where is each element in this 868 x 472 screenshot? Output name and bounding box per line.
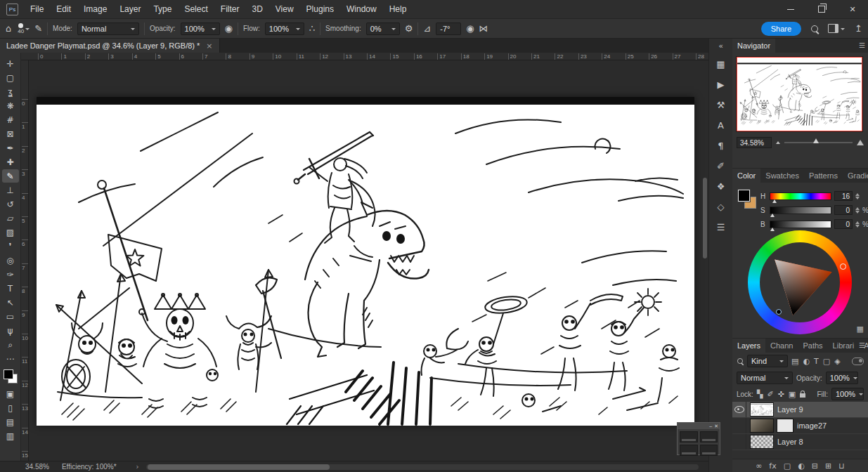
color-picker-grid-icon[interactable]: ▦: [857, 324, 864, 334]
screen-mode-icon[interactable]: ▯: [2, 401, 19, 414]
shape-tool[interactable]: ▭: [2, 310, 19, 323]
lock-position-icon[interactable]: ✜: [778, 390, 784, 399]
hue-ring-marker[interactable]: [840, 263, 846, 270]
filter-smart-objects-icon[interactable]: ◈: [834, 357, 840, 366]
floating-panel-close-icon[interactable]: ✕: [714, 424, 718, 429]
floating-panel-button[interactable]: [700, 445, 718, 456]
menu-layer[interactable]: Layer: [113, 0, 147, 19]
layer-group-icon[interactable]: ⊟: [812, 461, 818, 471]
filter-type-layers-icon[interactable]: T: [814, 357, 819, 366]
pressure-size-icon[interactable]: ◉: [466, 24, 474, 33]
menu-edit[interactable]: Edit: [50, 0, 77, 19]
sv-marker[interactable]: [776, 309, 782, 315]
eraser-tool[interactable]: ▱: [2, 211, 19, 225]
hue-slider-marker[interactable]: [772, 199, 777, 203]
status-zoom-value[interactable]: 34.58%: [25, 463, 49, 471]
saturation-stepper[interactable]: [855, 207, 860, 214]
color-wheel[interactable]: [748, 230, 852, 334]
layer-thumbnail[interactable]: [751, 435, 773, 448]
saturation-value[interactable]: 0: [834, 205, 853, 215]
hue-slider[interactable]: [770, 192, 831, 200]
flow-select[interactable]: 100%: [265, 22, 304, 35]
floating-panel-minimize-icon[interactable]: –: [709, 424, 712, 428]
lock-transparent-pixels-icon[interactable]: ▚: [757, 390, 763, 399]
layer-effects-icon[interactable]: fx: [769, 461, 776, 471]
eyedropper-tool[interactable]: ✒: [2, 141, 19, 155]
adjustments-panel-icon[interactable]: ☰: [713, 219, 730, 235]
filter-shape-layers-icon[interactable]: ▢: [823, 357, 830, 366]
foreground-color-chip[interactable]: [738, 190, 750, 202]
layer-row-image27[interactable]: image27: [732, 418, 868, 434]
clone-stamp-tool[interactable]: ⊥: [2, 183, 19, 197]
share-button[interactable]: Share: [761, 22, 801, 36]
tab-navigator[interactable]: Navigator: [732, 39, 775, 53]
layer-mask-icon[interactable]: ▢: [784, 461, 791, 471]
blend-mode-select[interactable]: Normal: [737, 372, 793, 384]
zoom-tool[interactable]: ⌕: [2, 338, 19, 351]
vertical-scrollbar[interactable]: [703, 62, 708, 455]
link-layers-icon[interactable]: ∞: [756, 461, 762, 471]
zoom-in-mountain-icon[interactable]: [857, 140, 864, 145]
lock-artboard-icon[interactable]: ▣: [789, 390, 796, 399]
quick-mask-icon[interactable]: ▣: [2, 387, 19, 400]
layer-filter-toggle[interactable]: [852, 358, 864, 365]
brush-preset-picker[interactable]: 40: [16, 23, 30, 34]
document-tab[interactable]: Ladee Danger Playmat.psd @ 34.6% (Layer …: [0, 39, 220, 53]
gradient-tool[interactable]: ▨: [2, 225, 19, 239]
layer-mask-thumbnail[interactable]: [777, 419, 793, 432]
menu-filter[interactable]: Filter: [214, 0, 246, 19]
layer-thumbnail[interactable]: [751, 403, 773, 416]
tab-gradients[interactable]: Gradients: [843, 169, 868, 183]
navigator-preview[interactable]: [737, 57, 862, 131]
smoothing-select[interactable]: 0%: [366, 22, 400, 35]
adjustment-layer-icon[interactable]: ◐: [798, 461, 805, 471]
threed-panel-icon[interactable]: ◇: [713, 199, 730, 214]
quick-selection-tool[interactable]: ❋: [2, 99, 19, 112]
hand-tool[interactable]: ψ: [2, 324, 19, 337]
crop-tool[interactable]: #: [2, 113, 19, 126]
hue-stepper[interactable]: [855, 193, 860, 199]
tool-presets-panel-icon[interactable]: ⚒: [713, 97, 730, 112]
brightness-slider-marker[interactable]: [770, 228, 775, 231]
artboards-panel-icon[interactable]: ▦: [713, 56, 730, 72]
menu-window[interactable]: Window: [340, 0, 383, 19]
saturation-slider[interactable]: [770, 206, 831, 214]
floating-panel-button[interactable]: [680, 445, 698, 456]
restore-icon[interactable]: [806, 0, 837, 19]
menu-file[interactable]: File: [24, 0, 50, 19]
color-swatches[interactable]: [4, 369, 18, 383]
floating-panel-button[interactable]: [680, 431, 698, 442]
export-icon[interactable]: ↥: [855, 24, 862, 33]
paint-symmetry-icon[interactable]: ⋈: [479, 24, 488, 33]
menu-plugins[interactable]: Plugins: [300, 0, 340, 19]
lock-all-icon[interactable]: [800, 393, 805, 398]
menu-image[interactable]: Image: [77, 0, 113, 19]
brightness-stepper[interactable]: [855, 221, 860, 228]
layer-filter-kind-select[interactable]: Kind: [747, 355, 788, 367]
toolbar-ellipsis-icon[interactable]: ⋯: [2, 352, 19, 365]
filter-adjustment-layers-icon[interactable]: ◐: [803, 357, 810, 366]
dodge-tool[interactable]: ◎: [2, 254, 19, 267]
navigator-zoom-slider-thumb[interactable]: [813, 138, 819, 143]
home-icon[interactable]: ⌂: [6, 24, 11, 33]
brush-tool[interactable]: ✎: [2, 169, 19, 183]
brushes-panel-icon[interactable]: ❖: [713, 178, 730, 194]
layer-visibility-empty[interactable]: [732, 418, 746, 433]
status-flyout-icon[interactable]: ›: [136, 463, 139, 471]
lasso-tool[interactable]: ʓ: [2, 85, 19, 98]
character-panel-icon[interactable]: A: [713, 117, 730, 133]
mode-select[interactable]: Normal: [77, 22, 139, 35]
menu-view[interactable]: View: [269, 0, 300, 19]
minimize-icon[interactable]: [775, 0, 806, 19]
path-selection-tool[interactable]: ↖: [2, 296, 19, 309]
navigator-proxy-view[interactable]: [737, 57, 862, 131]
tab-chann[interactable]: Chann: [765, 339, 798, 353]
move-tool[interactable]: ✛: [2, 57, 19, 70]
menu-type[interactable]: Type: [147, 0, 178, 19]
horizontal-scrollbar-thumb[interactable]: [148, 464, 330, 470]
floating-panel-button[interactable]: [700, 431, 718, 442]
brush-angle-input[interactable]: -7°: [436, 22, 461, 35]
smoothing-gear-icon[interactable]: ⚙: [405, 24, 413, 33]
navigator-zoom-slider[interactable]: [784, 142, 853, 143]
filter-pixel-layers-icon[interactable]: ▤: [791, 357, 798, 366]
